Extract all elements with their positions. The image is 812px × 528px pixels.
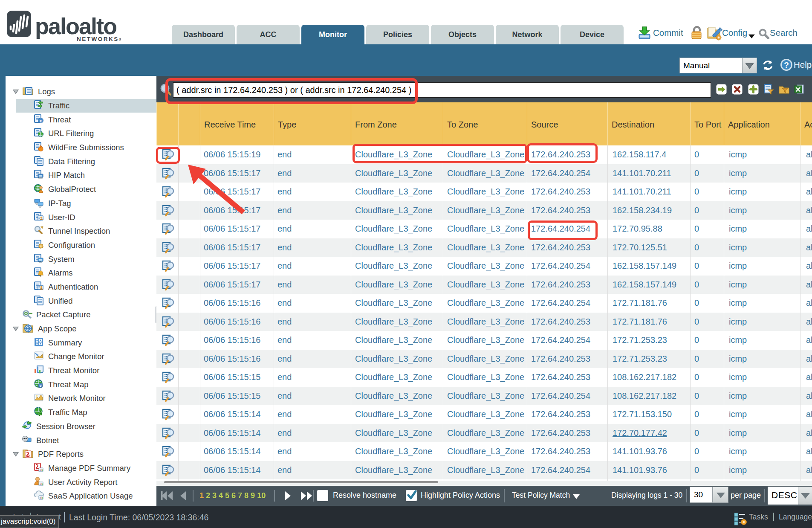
svg-text:x: x (39, 383, 41, 388)
svg-text:?: ? (784, 61, 789, 70)
svg-text:x: x (40, 119, 42, 123)
svg-text:NETWORKS®: NETWORKS® (77, 36, 121, 42)
svg-text:paloalto: paloalto (35, 13, 116, 39)
